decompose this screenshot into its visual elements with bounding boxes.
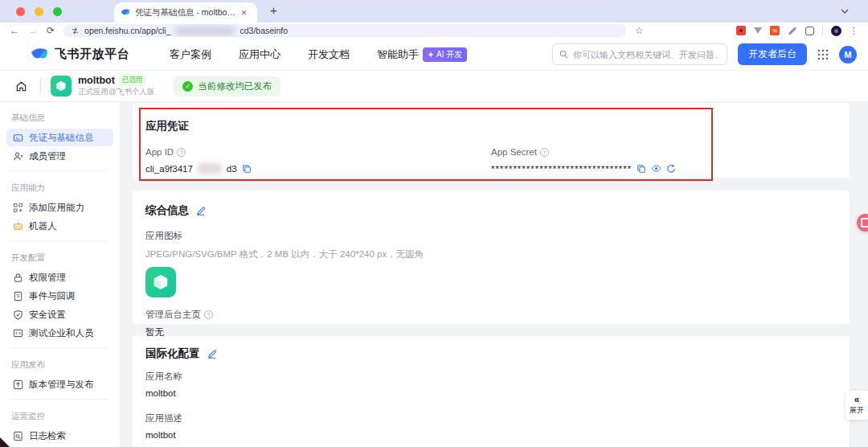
sidebar-item-label: 安全设置: [29, 309, 66, 321]
new-tab-button[interactable]: +: [270, 3, 277, 17]
sidebar-item-events[interactable]: 事件与回调: [6, 287, 113, 305]
app-secret-masked: ********************************: [491, 164, 632, 174]
nav-ai-assistant-label: 智能助手: [377, 47, 419, 62]
app-secret-label: App Secret: [491, 147, 537, 157]
sidebar-group-monitoring: 运营监控: [0, 405, 120, 426]
tab-search-chevron-icon[interactable]: [836, 4, 854, 18]
reveal-eye-icon[interactable]: [651, 163, 661, 174]
sidebar-item-label: 添加应用能力: [29, 202, 84, 214]
credentials-title: 应用凭证: [145, 119, 837, 133]
sidebar-item-label: 测试企业和人员: [29, 327, 94, 339]
app-icon-preview[interactable]: [145, 267, 176, 297]
nav-dev-docs[interactable]: 开发文档: [308, 47, 350, 62]
search-input[interactable]: [573, 50, 720, 59]
search-icon: [559, 50, 568, 59]
sidebar-item-label: 成员管理: [29, 150, 66, 162]
url-suffix: cd3/baseinfo: [240, 26, 288, 35]
browser-menu-icon[interactable]: ⋮: [850, 26, 858, 36]
app-secret-label-row: App Secret: [491, 147, 676, 157]
main-content: 应用凭证 App ID cli_a9f3417 d3: [121, 102, 868, 447]
event-file-icon: [12, 291, 23, 301]
maximize-window-button[interactable]: [53, 7, 62, 16]
browser-tab[interactable]: 凭证与基础信息 - moltbot - 开 ×: [114, 2, 257, 23]
back-icon[interactable]: ←: [10, 26, 19, 35]
apps-grid-icon[interactable]: [817, 49, 829, 60]
sidebar-item-log-search[interactable]: 日志检索: [6, 427, 113, 445]
sidebar-divider: [10, 170, 110, 171]
copy-icon[interactable]: [637, 164, 646, 174]
edit-pencil-icon[interactable]: [207, 349, 217, 359]
sidebar-group-devconfig: 开发配置: [0, 247, 120, 268]
sidebar-group-capability: 应用能力: [0, 177, 120, 198]
blocks-plus-icon: [12, 203, 23, 213]
close-window-button[interactable]: [16, 7, 25, 16]
help-question-icon[interactable]: [204, 310, 213, 319]
sidebar-item-label: 版本管理与发布: [29, 379, 94, 391]
developer-console-button[interactable]: 开发者后台: [738, 43, 807, 65]
help-question-icon[interactable]: [177, 148, 186, 157]
sidebar-item-members[interactable]: 成员管理: [6, 147, 113, 165]
code-brackets-icon: [12, 328, 23, 338]
app-id-redaction-blur: [198, 163, 222, 174]
app-meta: moltbot 已启用 正式应用@飞书个人版: [78, 75, 154, 97]
sidebar-item-add-capability[interactable]: 添加应用能力: [6, 199, 113, 216]
bookmark-star-icon[interactable]: ☆: [635, 25, 644, 36]
cursor: [0, 437, 10, 447]
app-subtitle: 正式应用@飞书个人版: [78, 87, 154, 97]
window-controls[interactable]: [16, 7, 62, 16]
sidebar-item-version-release[interactable]: 版本管理与发布: [6, 375, 113, 393]
app-name-value: moltbot: [145, 388, 837, 398]
sidebar-group-release: 应用发布: [0, 354, 120, 375]
doc-search-box[interactable]: [552, 43, 727, 65]
sidebar-item-security[interactable]: 安全设置: [6, 306, 113, 323]
feishu-favicon-icon: [121, 8, 130, 18]
sidebar-divider: [10, 399, 110, 400]
brand[interactable]: 飞书开放平台: [31, 47, 129, 63]
app-icon: [51, 76, 72, 96]
user-avatar[interactable]: M: [839, 46, 857, 64]
nav-customer-cases[interactable]: 客户案例: [170, 47, 211, 62]
url-prefix: open.feishu.cn/app/cli_: [84, 26, 170, 35]
sparkle-icon: [428, 51, 434, 58]
browser-profile-avatar[interactable]: [831, 26, 841, 36]
sidebar-item-test-org[interactable]: 测试企业和人员: [6, 324, 113, 342]
extension-pen-icon[interactable]: [788, 27, 797, 35]
home-icon[interactable]: [11, 76, 31, 96]
extension-capture-icon[interactable]: [805, 27, 814, 35]
regenerate-refresh-icon[interactable]: [666, 164, 676, 174]
extension-percent-icon[interactable]: [770, 26, 780, 35]
copy-icon[interactable]: [242, 164, 252, 174]
minimize-window-button[interactable]: [35, 7, 43, 16]
screen: 凭证与基础信息 - moltbot - 开 × + ← → ⟳ open.fei…: [0, 0, 868, 447]
edit-pencil-icon[interactable]: [196, 206, 206, 215]
help-question-icon[interactable]: [540, 148, 549, 157]
app-name: moltbot: [78, 75, 115, 86]
nav-ai-assistant[interactable]: 智能助手 AI 开发: [377, 47, 467, 62]
tab-close-icon[interactable]: ×: [241, 8, 247, 18]
feishu-logo-icon: [31, 47, 48, 63]
reload-icon[interactable]: ⟳: [47, 26, 55, 35]
tab-title: 凭证与基础信息 - moltbot - 开: [135, 7, 236, 18]
collapse-chevrons-icon: «: [854, 395, 860, 404]
extension-red-icon[interactable]: [736, 26, 746, 35]
forward-icon[interactable]: →: [28, 26, 38, 35]
expand-label: 展开: [850, 405, 864, 416]
sidebar-item-label: 日志检索: [29, 430, 66, 442]
app-id-label: App ID: [145, 147, 174, 157]
sidebar-item-bot[interactable]: 机器人: [6, 217, 113, 235]
credentials-card: 应用凭证 App ID cli_a9f3417 d3: [133, 103, 850, 178]
app-id-suffix: d3: [227, 164, 237, 174]
sidebar-item-credentials[interactable]: 凭证与基础信息: [6, 129, 113, 146]
user-icon: [12, 151, 23, 162]
sidebar-item-permissions[interactable]: 权限管理: [6, 269, 113, 286]
sidebar-item-label: 权限管理: [29, 272, 66, 284]
nav-app-center[interactable]: 应用中心: [239, 47, 280, 62]
extension-triangle-icon[interactable]: [754, 27, 762, 34]
site-info-icon[interactable]: [71, 27, 80, 35]
appbar-divider: [40, 79, 41, 93]
expand-panel-button[interactable]: « 展开: [845, 391, 868, 420]
lock-icon: [12, 273, 23, 283]
sidebar-group-basic: 基础信息: [0, 107, 120, 128]
address-bar[interactable]: open.feishu.cn/app/cli_ cd3/baseinfo: [63, 24, 626, 37]
publish-icon: [12, 379, 23, 390]
